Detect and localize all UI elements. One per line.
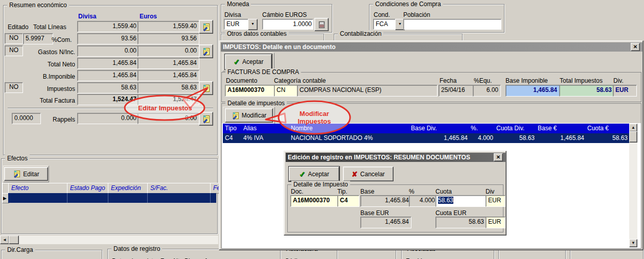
expedicion-column-header[interactable]: Expedición <box>108 183 150 194</box>
efecto-column-header[interactable]: Efecto <box>8 183 70 194</box>
sfac-column-header[interactable]: S/Fac. <box>147 183 213 194</box>
categoria-label: Categoría contable <box>274 77 326 84</box>
div-label: Div <box>486 188 494 195</box>
total-impuestos-label: Total Impuestos <box>560 77 603 84</box>
dir-carga-group-title: Dir.Carga <box>5 246 35 253</box>
divisa-dropdown-button[interactable]: ▼ <box>248 19 258 30</box>
pct-com-euros-field: 93.56 <box>137 33 199 44</box>
euros-column-header: Euros <box>140 13 157 20</box>
cambio-euros-input[interactable]: 1.0000 <box>262 19 313 30</box>
close-button[interactable]: ✕ <box>494 153 503 161</box>
editar-efectos-button[interactable]: Editar <box>4 167 48 181</box>
total-lineas-euros-field: 1,559.40 <box>137 21 199 32</box>
documento-field[interactable]: A16M000370 <box>225 85 275 97</box>
equ-label: %Equ. <box>474 77 492 84</box>
tax-row-tipo[interactable]: C4 <box>223 133 243 143</box>
close-button[interactable]: ✕ <box>631 43 640 51</box>
vertical-scrollbar-thumb[interactable] <box>629 131 637 143</box>
cuota-eur-label: Cuota EUR <box>435 209 467 217</box>
documento-label: Documento <box>226 77 257 84</box>
equ-field: 6.00 <box>473 85 501 97</box>
tip-field[interactable]: C4 <box>337 195 359 207</box>
scroll-up-button[interactable]: ▲ <box>629 124 637 132</box>
base-div-column-header[interactable]: Base Div. <box>409 124 471 133</box>
efectos-group: Efectos Editar Efecto Estado Pago Expedi… <box>1 158 218 234</box>
edit-note-icon <box>232 112 239 120</box>
tax-row-pct[interactable]: 4.000 <box>469 133 496 143</box>
edit-total-lineas-button[interactable] <box>199 20 213 34</box>
editar-impuestos-annotation-text: Editar Impuestos <box>129 104 201 112</box>
pct-column-header[interactable]: %. <box>469 124 496 133</box>
calculator-icon <box>318 21 326 29</box>
categoria-nombre-field: COMPRAS NACIONAL (ESP) <box>297 85 438 97</box>
total-lineas-divisa-field: 1,559.40 <box>77 21 139 32</box>
chevron-down-icon: ▼ <box>398 22 402 26</box>
base-eur-field: 1,465.84 <box>360 217 411 228</box>
base-imponible-label: Base Imponible <box>505 77 548 84</box>
divisa-combobox[interactable]: EUR <box>224 19 249 30</box>
chevron-down-icon: ▼ <box>251 22 255 26</box>
doc-field[interactable]: A16M000370 <box>290 195 341 207</box>
edit-gastos-button[interactable] <box>199 44 213 58</box>
edit-note-icon <box>13 170 20 178</box>
selected-text: 58.63 <box>438 197 453 204</box>
div-field[interactable]: EUR <box>486 195 505 207</box>
asociadas-group: Asociadas Fac.Ven <box>401 249 494 259</box>
cuota-label: Cuota <box>435 188 452 195</box>
pct-com-divisa-field: 93.56 <box>77 33 139 44</box>
categoria-codigo-field[interactable]: CN <box>274 85 300 97</box>
aceptar-button[interactable]: ✓ Aceptar <box>225 54 272 69</box>
impuestos-dialog-title: IMPUESTOS: Detalle en un documento <box>223 43 335 51</box>
tax-row-cuota-eur[interactable]: 58.63 <box>585 133 630 143</box>
poblacion-input[interactable] <box>403 19 501 30</box>
cuota-input[interactable]: 58.63 <box>435 195 488 207</box>
gastos-label: Gastos N/Inc. <box>27 49 75 56</box>
cuota-div-column-header[interactable]: Cuota Div. <box>494 124 538 133</box>
scroll-left-button[interactable]: ◄ <box>0 236 9 244</box>
tax-row-base-div[interactable]: 1,465.84 <box>409 133 470 143</box>
div-eur-field[interactable]: EUR <box>486 217 505 228</box>
facturas-compra-group: FACTURAS DE COMPRA Documento Categoría c… <box>221 72 641 102</box>
horizontal-scrollbar-thumb[interactable] <box>9 236 19 244</box>
tax-table-vertical-scrollbar[interactable]: ▲ ▼ <box>629 124 637 247</box>
total-factura-label: Total Factura <box>27 97 75 104</box>
condiciones-compra-group: Condiciones de Compra Cond. Población FC… <box>369 4 504 33</box>
pct-com-value-box: 5.9997 <box>23 33 53 44</box>
estado-pago-column-header[interactable]: Estado Pago <box>67 183 111 194</box>
edicion-dialog-titlebar[interactable]: Edición de registro en IMPUESTOS: RESUME… <box>286 153 505 162</box>
edit-note-icon <box>202 23 210 31</box>
check-icon: ✓ <box>299 171 306 178</box>
bottom-group-5 <box>498 249 566 259</box>
tax-row-cuota-div[interactable]: 58.63 <box>494 133 537 143</box>
efectos-empty-row[interactable] <box>8 193 216 203</box>
cambio-euros-label: Cámbio EUROS <box>262 11 307 18</box>
editar-impuestos-annotation <box>123 85 211 123</box>
cond-combobox[interactable]: FCA <box>373 19 397 30</box>
impuestos-dialog-titlebar[interactable]: IMPUESTOS: Detalle en un documento <box>221 42 642 52</box>
tip-label: Tip. <box>337 188 348 195</box>
tax-row-base-eur[interactable]: 1,465.84 <box>536 133 587 143</box>
row-pointer-icon: ▶ <box>3 196 7 201</box>
edicion-registro-dialog: Edición de registro en IMPUESTOS: RESUME… <box>284 151 507 236</box>
datos-registro-group-title: Datos de registro <box>111 245 162 252</box>
cuota-eur-column-header[interactable]: Cuota € <box>585 124 631 133</box>
base-field: 1,465.84 <box>360 195 411 207</box>
editar-button-label: Editar <box>23 171 39 178</box>
div-field: EUR <box>613 85 637 97</box>
check-icon: ✓ <box>234 58 240 65</box>
facturas-group-title: FACTURAS DE COMPRA <box>225 68 301 76</box>
base-eur-column-header[interactable]: Base € <box>536 124 587 133</box>
tipo-column-header[interactable]: Tipo <box>223 124 243 133</box>
horizontal-scrollbar[interactable]: ◄ <box>0 236 218 244</box>
rappels-label: Rappels <box>39 116 75 123</box>
aceptar-button[interactable]: ✓ Aceptar <box>289 167 339 181</box>
pct-field: 4.000 <box>409 195 438 207</box>
scroll-down-button[interactable]: ▼ <box>629 239 637 247</box>
moneda-group-title: Moneda <box>225 1 251 8</box>
divider <box>108 193 108 203</box>
calculator-button[interactable] <box>314 18 329 31</box>
close-icon: ✕ <box>496 154 500 160</box>
div-label: Div. <box>613 77 624 84</box>
cancelar-button[interactable]: ✘ Cancelar <box>343 167 394 181</box>
total-neto-divisa-field: 1,465.84 <box>77 58 139 69</box>
